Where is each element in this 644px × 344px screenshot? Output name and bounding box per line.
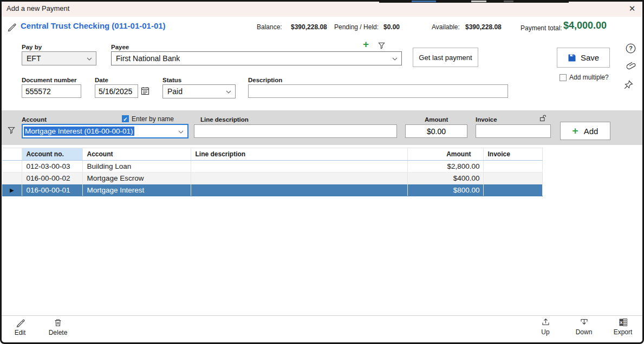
invoice-label: Invoice (476, 116, 497, 123)
col-header-account[interactable]: Account (82, 148, 191, 161)
cell-account[interactable]: Mortgage Interest (82, 184, 191, 196)
balance-value: $390,228.08 (291, 23, 327, 31)
col-header-line-description[interactable]: Line description (191, 148, 407, 161)
chevron-down-icon (226, 90, 231, 94)
pay-by-select[interactable]: EFT (22, 51, 96, 65)
cell-account[interactable]: Mortgage Escrow (82, 173, 191, 184)
enter-by-name-checkbox[interactable]: ✓ (122, 115, 129, 122)
background-window-edge (379, 0, 569, 3)
enter-by-name-label: Enter by name (132, 115, 174, 123)
line-description-label: Line description (200, 116, 249, 123)
payee-filter-icon[interactable] (378, 42, 386, 50)
edit-button[interactable]: Edit (7, 317, 33, 339)
table-row[interactable]: 012-03-00-03 Building Loan $2,800.00 (2, 161, 542, 173)
cell-invoice[interactable] (483, 184, 542, 196)
excel-export-icon: X (619, 318, 628, 327)
add-line-button[interactable]: + Add (560, 122, 610, 140)
status-select[interactable]: Paid (162, 84, 236, 98)
balance-label: Balance: (257, 23, 282, 31)
cell-amount[interactable]: $400.00 (407, 173, 483, 184)
svg-text:X: X (620, 320, 623, 325)
selected-row-indicator-icon: ▶ (2, 184, 22, 196)
cell-line-description[interactable] (191, 173, 407, 184)
amount-input[interactable] (405, 124, 467, 138)
down-button[interactable]: Down (571, 317, 596, 339)
row-indicator-header (2, 148, 22, 161)
pay-by-value: EFT (27, 54, 41, 63)
table-row-selected[interactable]: ▶ 016-00-00-01 Mortgage Interest $800.00 (2, 184, 542, 196)
pay-by-label: Pay by (22, 44, 42, 50)
attachment-paperclip-icon[interactable] (625, 60, 638, 73)
status-value: Paid (167, 87, 183, 96)
window-title: Add a new Payment (6, 4, 69, 12)
payment-total-label: Payment total: (521, 24, 562, 32)
check-icon: ✓ (123, 116, 127, 122)
col-header-invoice[interactable]: Invoice (483, 148, 542, 161)
payee-value: First National Bank (116, 54, 180, 63)
description-input[interactable] (248, 84, 508, 98)
cell-line-description[interactable] (191, 161, 407, 173)
pending-held-value: $0.00 (383, 23, 400, 31)
svg-text:?: ? (629, 45, 633, 51)
account-combobox[interactable]: Mortgage Interest (016-00-00-01) (22, 124, 188, 138)
plus-icon: + (573, 127, 578, 135)
calendar-icon[interactable] (140, 86, 150, 96)
pending-held-label: Pending / Held: (334, 23, 379, 31)
description-label: Description (248, 77, 282, 83)
account-label: Account (22, 116, 47, 123)
add-multiple-label: Add multiple? (569, 74, 609, 81)
close-icon[interactable]: ✕ (627, 4, 638, 14)
up-button[interactable]: Up (533, 317, 558, 339)
available-label: Available: (432, 23, 460, 31)
pin-icon[interactable] (623, 80, 634, 90)
line-items-table: Account no. Account Line description Amo… (2, 148, 543, 196)
bank-account-title[interactable]: Central Trust Checking (011-01-01-01) (21, 21, 166, 30)
move-up-icon (541, 318, 550, 327)
trash-icon (54, 318, 62, 327)
invoice-input[interactable] (476, 124, 551, 138)
available-value: $390,228.08 (465, 23, 502, 31)
account-filter-icon[interactable] (7, 126, 16, 135)
chevron-down-icon (178, 130, 184, 134)
cell-account-no[interactable]: 012-03-00-03 (22, 161, 82, 173)
payee-combobox[interactable]: First National Bank (111, 51, 402, 65)
table-header-row: Account no. Account Line description Amo… (2, 148, 542, 161)
help-icon[interactable]: ? (626, 43, 636, 54)
cell-account-no[interactable]: 016-00-00-01 (22, 184, 82, 196)
table-row[interactable]: 016-00-00-02 Mortgage Escrow $400.00 (2, 173, 542, 184)
save-button[interactable]: Save (557, 48, 610, 68)
add-payee-icon[interactable]: + (363, 40, 369, 49)
cell-invoice[interactable] (483, 173, 542, 184)
col-header-amount[interactable]: Amount (407, 148, 483, 161)
pencil-icon (16, 318, 25, 327)
chevron-down-icon (392, 57, 398, 61)
export-button[interactable]: X Export (609, 317, 636, 339)
add-payment-dialog: Add a new Payment ✕ Central Trust Checki… (0, 0, 644, 344)
cell-invoice[interactable] (483, 161, 542, 173)
account-selected-text: Mortgage Interest (016-00-00-01) (24, 127, 134, 136)
document-number-label: Document number (22, 77, 77, 83)
cell-amount[interactable]: $800.00 (407, 184, 483, 196)
date-label: Date (95, 77, 108, 83)
payment-total-value: $4,000.00 (563, 20, 607, 31)
line-description-input[interactable] (194, 124, 397, 138)
document-number-input[interactable] (22, 84, 81, 98)
add-multiple-checkbox[interactable] (560, 74, 567, 81)
chevron-down-icon (87, 57, 92, 61)
date-input[interactable] (95, 84, 138, 98)
unlock-icon[interactable] (539, 114, 547, 122)
cell-amount[interactable]: $2,800.00 (407, 161, 483, 173)
cell-account[interactable]: Building Loan (82, 161, 191, 173)
get-last-payment-button[interactable]: Get last payment (413, 48, 478, 67)
edit-account-pencil-icon[interactable] (7, 22, 16, 31)
col-header-account-no[interactable]: Account no. (22, 148, 82, 161)
status-label: Status (162, 77, 181, 83)
cell-account-no[interactable]: 016-00-00-02 (22, 173, 82, 184)
move-down-icon (580, 318, 589, 327)
delete-button[interactable]: Delete (45, 317, 71, 339)
save-floppy-icon (568, 54, 576, 62)
amount-label: Amount (425, 116, 448, 123)
cell-line-description[interactable] (191, 184, 407, 196)
payee-label: Payee (111, 44, 129, 50)
toolbar-divider (0, 315, 644, 316)
